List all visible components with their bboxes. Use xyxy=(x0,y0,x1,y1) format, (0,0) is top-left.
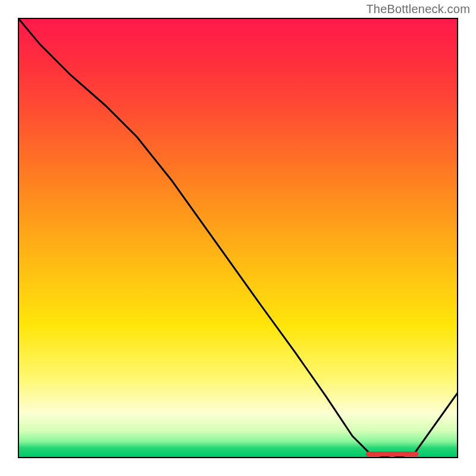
watermark-text: TheBottleneck.com xyxy=(366,2,470,16)
gradient-bg xyxy=(18,18,458,458)
bottleneck-marker xyxy=(366,452,419,456)
plot-area xyxy=(18,18,458,458)
chart-root: TheBottleneck.com xyxy=(0,0,476,476)
